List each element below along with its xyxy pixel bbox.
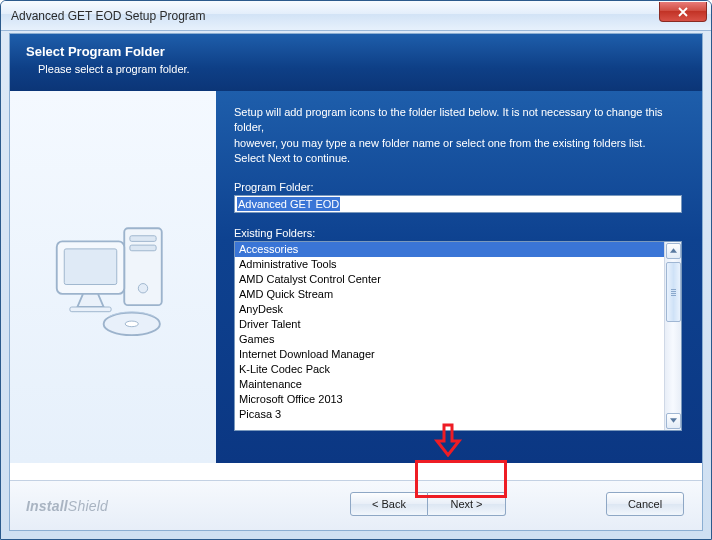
- titlebar: Advanced GET EOD Setup Program: [1, 1, 711, 31]
- cancel-button[interactable]: Cancel: [606, 492, 684, 516]
- list-item[interactable]: AMD Catalyst Control Center: [235, 272, 664, 287]
- list-item[interactable]: Maintenance: [235, 377, 664, 392]
- scroll-down-button[interactable]: [666, 413, 681, 429]
- svg-rect-5: [64, 249, 117, 285]
- list-item[interactable]: Driver Talent: [235, 317, 664, 332]
- svg-point-8: [125, 321, 138, 327]
- list-item[interactable]: Microsoft Office 2013: [235, 392, 664, 407]
- list-item[interactable]: Administrative Tools: [235, 257, 664, 272]
- existing-folders-listbox[interactable]: AccessoriesAdministrative ToolsAMD Catal…: [234, 241, 682, 431]
- next-button[interactable]: Next >: [428, 492, 506, 516]
- svg-rect-2: [130, 245, 156, 251]
- scroll-track[interactable]: [666, 260, 681, 412]
- scrollbar[interactable]: [664, 242, 681, 430]
- dialog-header: Select Program Folder Please select a pr…: [10, 34, 702, 91]
- folder-list[interactable]: AccessoriesAdministrative ToolsAMD Catal…: [235, 242, 664, 430]
- dialog-body: Setup will add program icons to the fold…: [10, 91, 702, 463]
- list-item[interactable]: AnyDesk: [235, 302, 664, 317]
- chevron-up-icon: [670, 248, 677, 253]
- instruction-line: Select Next to continue.: [234, 151, 682, 166]
- computer-icon: [38, 202, 188, 352]
- scroll-up-button[interactable]: [666, 243, 681, 259]
- content-pane: Setup will add program icons to the fold…: [216, 91, 702, 463]
- program-folder-value: Advanced GET EOD: [237, 197, 340, 211]
- svg-point-3: [138, 284, 147, 293]
- existing-folders-label: Existing Folders:: [234, 227, 682, 239]
- instruction-line: Setup will add program icons to the fold…: [234, 105, 682, 136]
- back-button[interactable]: < Back: [350, 492, 428, 516]
- list-item[interactable]: Games: [235, 332, 664, 347]
- instruction-line: however, you may type a new folder name …: [234, 136, 682, 151]
- program-folder-label: Program Folder:: [234, 181, 682, 193]
- list-item[interactable]: Accessories: [235, 242, 664, 257]
- header-title: Select Program Folder: [26, 44, 686, 59]
- list-item[interactable]: Internet Download Manager: [235, 347, 664, 362]
- header-subtitle: Please select a program folder.: [26, 63, 686, 75]
- installer-window: Advanced GET EOD Setup Program Select Pr…: [0, 0, 712, 540]
- instruction-text: Setup will add program icons to the fold…: [234, 105, 682, 167]
- list-item[interactable]: K-Lite Codec Pack: [235, 362, 664, 377]
- list-item[interactable]: Picasa 3: [235, 407, 664, 422]
- svg-rect-6: [70, 307, 111, 312]
- footer-bar: InstallShield < Back Next > Cancel: [10, 480, 702, 530]
- installshield-logo: InstallShield: [26, 498, 108, 514]
- program-folder-input[interactable]: Advanced GET EOD: [234, 195, 682, 213]
- scroll-thumb[interactable]: [666, 262, 681, 322]
- chevron-down-icon: [670, 418, 677, 423]
- left-graphic-pane: [10, 91, 216, 463]
- list-item[interactable]: AMD Quick Stream: [235, 287, 664, 302]
- window-title: Advanced GET EOD Setup Program: [7, 9, 206, 23]
- dialog-frame: Select Program Folder Please select a pr…: [9, 33, 703, 531]
- svg-rect-1: [130, 236, 156, 242]
- close-button[interactable]: [659, 2, 707, 22]
- wizard-buttons: < Back Next > Cancel: [220, 492, 684, 516]
- close-icon: [678, 7, 688, 17]
